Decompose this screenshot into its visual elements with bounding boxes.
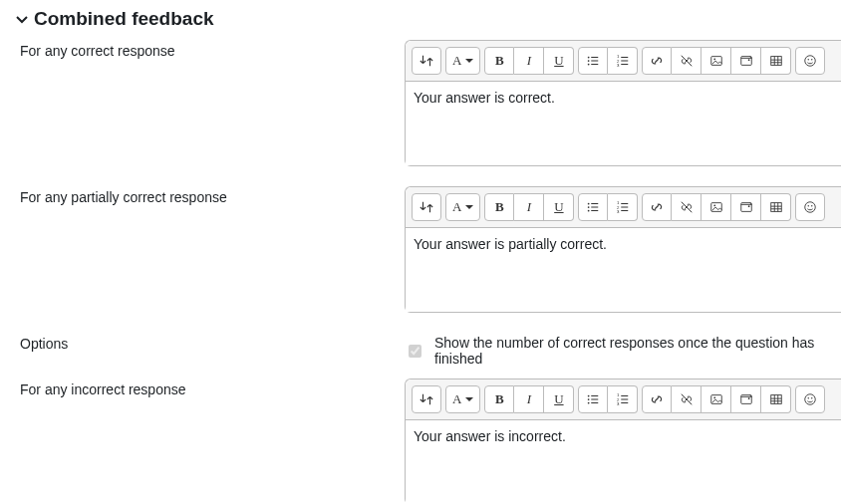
emoji-button[interactable] — [795, 193, 825, 221]
row-incorrect: For any incorrect response A B I — [0, 373, 841, 504]
svg-point-21 — [713, 204, 715, 206]
toggle-toolbar-button[interactable] — [412, 385, 441, 413]
link-button[interactable] — [642, 385, 672, 413]
emoji-button[interactable] — [795, 47, 825, 75]
svg-point-12 — [808, 59, 809, 60]
media-button[interactable] — [731, 193, 761, 221]
svg-text:3: 3 — [617, 401, 620, 406]
svg-point-39 — [805, 394, 816, 405]
section-title: Combined feedback — [34, 8, 214, 30]
emoji-button[interactable] — [795, 385, 825, 413]
svg-rect-10 — [771, 57, 782, 66]
svg-point-9 — [748, 59, 750, 61]
italic-button[interactable]: I — [514, 385, 544, 413]
editor-body-correct[interactable]: Your answer is correct. — [406, 82, 841, 165]
editor-body-incorrect[interactable]: Your answer is incorrect. — [406, 420, 841, 504]
table-button[interactable] — [761, 193, 791, 221]
svg-point-25 — [805, 202, 816, 213]
bold-button[interactable]: B — [484, 385, 514, 413]
row-correct: For any correct response A B I — [0, 34, 841, 166]
svg-point-35 — [713, 396, 715, 398]
editor-body-partial[interactable]: Your answer is partially correct. — [406, 228, 841, 312]
link-button[interactable] — [642, 193, 672, 221]
table-button[interactable] — [761, 47, 791, 75]
chevron-down-icon — [14, 11, 30, 27]
table-button[interactable] — [761, 385, 791, 413]
label-correct: For any correct response — [0, 34, 405, 70]
media-button[interactable] — [731, 47, 761, 75]
svg-point-11 — [805, 56, 816, 67]
label-incorrect: For any incorrect response — [0, 373, 405, 408]
svg-point-7 — [713, 58, 715, 60]
svg-point-23 — [748, 205, 750, 207]
svg-point-0 — [588, 57, 590, 59]
label-options: Options — [0, 327, 405, 363]
row-partial: For any partially correct response A B — [0, 180, 841, 313]
image-button[interactable] — [701, 193, 731, 221]
svg-point-13 — [811, 59, 812, 60]
svg-point-37 — [748, 397, 750, 399]
options-checkbox-label: Show the number of correct responses onc… — [434, 335, 841, 367]
svg-point-29 — [588, 398, 590, 400]
unlink-button[interactable] — [672, 193, 701, 221]
caret-down-icon — [465, 397, 473, 401]
svg-point-16 — [588, 210, 590, 212]
editor-correct: A B I U 123 — [405, 40, 841, 166]
svg-point-28 — [588, 395, 590, 397]
font-style-button[interactable]: A — [445, 193, 480, 221]
italic-button[interactable]: I — [514, 47, 544, 75]
media-button[interactable] — [731, 385, 761, 413]
toolbar-incorrect: A B I U 123 — [406, 379, 841, 420]
svg-point-14 — [588, 203, 590, 205]
svg-text:3: 3 — [617, 209, 620, 214]
caret-down-icon — [465, 205, 473, 209]
italic-button[interactable]: I — [514, 193, 544, 221]
font-glyph: A — [452, 53, 461, 69]
underline-button[interactable]: U — [544, 193, 574, 221]
ordered-list-button[interactable]: 123 — [608, 385, 638, 413]
unlink-button[interactable] — [672, 47, 701, 75]
label-partial: For any partially correct response — [0, 180, 405, 216]
ordered-list-button[interactable]: 123 — [608, 193, 638, 221]
svg-point-26 — [808, 205, 809, 206]
unordered-list-button[interactable] — [578, 385, 608, 413]
toolbar-correct: A B I U 123 — [406, 41, 841, 82]
underline-button[interactable]: U — [544, 47, 574, 75]
unordered-list-button[interactable] — [578, 47, 608, 75]
svg-point-15 — [588, 206, 590, 208]
font-style-button[interactable]: A — [445, 385, 480, 413]
toggle-toolbar-button[interactable] — [412, 47, 441, 75]
svg-point-27 — [811, 205, 812, 206]
image-button[interactable] — [701, 385, 731, 413]
caret-down-icon — [465, 59, 473, 63]
svg-point-41 — [811, 397, 812, 398]
unordered-list-button[interactable] — [578, 193, 608, 221]
ordered-list-button[interactable]: 123 — [608, 47, 638, 75]
svg-text:3: 3 — [617, 63, 620, 68]
underline-button[interactable]: U — [544, 385, 574, 413]
svg-point-2 — [588, 64, 590, 66]
editor-partial: A B I U 123 — [405, 186, 841, 313]
svg-rect-24 — [771, 203, 782, 212]
row-options: Options Show the number of correct respo… — [0, 327, 841, 367]
options-checkbox[interactable] — [409, 345, 421, 358]
font-style-button[interactable]: A — [445, 47, 480, 75]
svg-point-1 — [588, 60, 590, 62]
link-button[interactable] — [642, 47, 672, 75]
svg-rect-38 — [771, 395, 782, 404]
toggle-toolbar-button[interactable] — [412, 193, 441, 221]
image-button[interactable] — [701, 47, 731, 75]
svg-point-40 — [808, 397, 809, 398]
svg-point-30 — [588, 402, 590, 404]
bold-button[interactable]: B — [484, 47, 514, 75]
section-header[interactable]: Combined feedback — [0, 0, 841, 34]
toolbar-partial: A B I U 123 — [406, 187, 841, 228]
bold-button[interactable]: B — [484, 193, 514, 221]
editor-incorrect: A B I U 123 — [405, 378, 841, 504]
unlink-button[interactable] — [672, 385, 701, 413]
